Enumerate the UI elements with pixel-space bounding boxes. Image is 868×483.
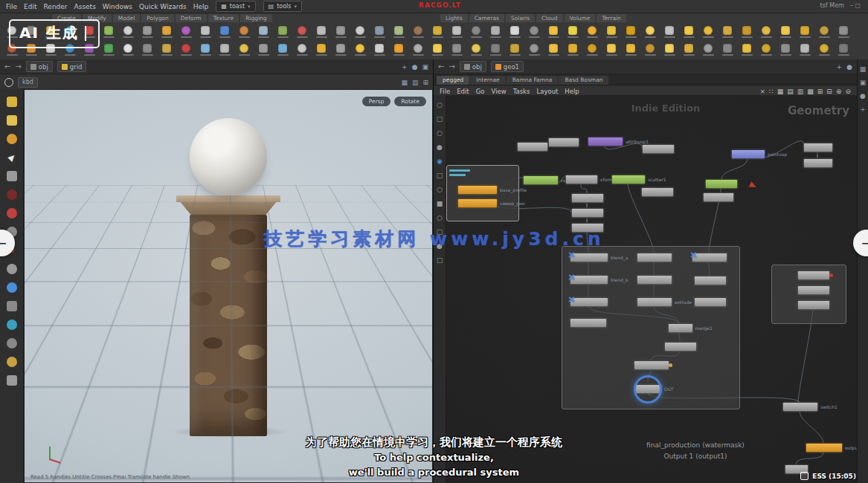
menu-render[interactable]: Render [44, 3, 68, 10]
shelf-tab-lights[interactable]: Lights [440, 14, 468, 22]
add-button[interactable]: + [837, 63, 843, 71]
graph-node[interactable] [449, 169, 470, 172]
graph-node[interactable] [803, 158, 833, 168]
graph-node[interactable] [637, 275, 672, 285]
badge-icon[interactable]: ○ [437, 129, 443, 137]
shelf-tool[interactable] [622, 24, 640, 40]
viewport-3d[interactable]: Persp Rotate Read 5 handles Untitle Cros… [24, 89, 433, 483]
layout-icon[interactable]: ▦ [401, 79, 408, 86]
panel-icon[interactable]: + [860, 106, 866, 113]
desktop-combo[interactable]: ▦ toast ▾ [216, 1, 255, 12]
shelf-tool[interactable] [448, 24, 466, 40]
shelf-tool[interactable] [544, 42, 562, 58]
back-button[interactable]: ← [438, 63, 444, 71]
shelf-tool[interactable] [641, 42, 659, 58]
shelf-tool[interactable] [699, 24, 717, 40]
graph-node[interactable] [797, 300, 830, 310]
shelf-tool[interactable] [525, 24, 543, 40]
shelf-tool[interactable] [138, 24, 156, 40]
viewport-tool-icon[interactable] [7, 134, 17, 144]
shelf-tool[interactable] [660, 42, 678, 58]
shelf-tab-volume[interactable]: Volume [565, 14, 596, 22]
viewport-tool-icon[interactable] [7, 115, 17, 126]
shelf-tool[interactable] [699, 42, 717, 58]
net-toolbar-icon[interactable]: ∷ [769, 87, 774, 96]
badge-icon[interactable]: □ [437, 115, 443, 123]
shelf-tool[interactable] [332, 42, 350, 58]
shelf-tool[interactable] [274, 24, 292, 40]
shelf-tool[interactable] [718, 24, 736, 40]
net-toolbar-icon[interactable]: ⊖ [845, 87, 851, 96]
shade-icon[interactable]: ▥ [412, 79, 419, 86]
badge-icon[interactable]: ○ [437, 186, 443, 193]
graph-node[interactable] [642, 144, 675, 154]
menu-help[interactable]: Help [193, 3, 209, 10]
graph-node[interactable] [703, 192, 734, 202]
shelf-tool[interactable] [428, 24, 446, 40]
shelf-tool[interactable] [254, 24, 272, 40]
shelf-tool[interactable] [544, 24, 562, 40]
kbd-chip[interactable]: kbd [18, 77, 38, 88]
shelf-tab-solaris[interactable]: Solaris [506, 14, 535, 22]
shelf-tool[interactable] [777, 42, 794, 58]
graph-node[interactable] [634, 360, 669, 370]
graph-node[interactable] [449, 174, 466, 176]
graph-node[interactable] [641, 187, 674, 197]
shelf-tool[interactable] [158, 42, 176, 58]
shelf-tool[interactable] [777, 24, 794, 40]
menu-quick-wizards[interactable]: Quick Wizards [139, 3, 187, 10]
net-toolbar-icon[interactable]: ▩ [807, 87, 814, 96]
shelf-tab-cloud[interactable]: Cloud [536, 14, 562, 22]
graph-node[interactable]: ×blend_b [570, 275, 608, 285]
graph-node[interactable]: attribvop1 [588, 137, 623, 146]
shelf-tool[interactable] [351, 42, 369, 58]
shelf-tool[interactable] [409, 24, 427, 40]
breadcrumb-grid[interactable]: grid [57, 61, 87, 72]
shelf-tool[interactable] [718, 42, 736, 58]
shelf-tool[interactable] [293, 42, 311, 58]
shelf-tool[interactable] [409, 42, 427, 58]
badge-icon[interactable]: ○ [437, 214, 443, 221]
shelf-tool[interactable] [486, 42, 504, 58]
shelf-tool[interactable] [235, 42, 253, 58]
graph-node[interactable] [548, 137, 579, 147]
net-menu-help[interactable]: Help [565, 88, 579, 95]
breadcrumb-geo1[interactable]: geo1 [491, 61, 524, 72]
shelf-tool[interactable] [351, 24, 369, 40]
net-toolbar-icon[interactable]: ▦ [777, 87, 784, 96]
breadcrumb-obj[interactable]: obj [460, 61, 486, 72]
shelf-tool[interactable] [835, 42, 852, 58]
pane-tab[interactable]: Bamna Famna [507, 76, 559, 85]
tools-combo[interactable]: ▤ tools ▾ [263, 1, 302, 12]
network-canvas[interactable]: Indie Edition Geometry final_production … [446, 95, 857, 483]
shelf-tab-model[interactable]: Model [113, 14, 141, 22]
shelf-tool[interactable] [680, 42, 698, 58]
shelf-tool[interactable] [448, 42, 466, 58]
graph-node[interactable] [570, 318, 607, 328]
shelf-tool[interactable] [796, 42, 814, 58]
shelf-tool[interactable] [467, 24, 485, 40]
graph-node[interactable] [797, 285, 830, 295]
badge-icon[interactable]: □ [437, 172, 443, 179]
menu-windows[interactable]: Windows [103, 3, 132, 10]
shelf-tool[interactable] [370, 24, 388, 40]
shelf-tool[interactable] [660, 24, 678, 40]
graph-node[interactable]: switch1 [782, 402, 818, 412]
viewport-tool-icon[interactable] [7, 282, 17, 293]
shelf-tool[interactable] [158, 24, 176, 40]
shelf-tab-polygon[interactable]: Polygon [141, 14, 173, 22]
camera-pill[interactable]: Persp [362, 97, 391, 106]
graph-node[interactable]: copy1 [523, 175, 559, 185]
forward-button[interactable]: → [449, 63, 454, 71]
shelf-tool[interactable] [757, 24, 775, 40]
graph-node[interactable] [517, 142, 548, 152]
shelf-tool[interactable] [293, 24, 311, 40]
shelf-tool[interactable] [583, 42, 601, 58]
panel-icon[interactable]: ▦ [860, 65, 867, 73]
shelf-tool[interactable] [796, 24, 814, 40]
shelf-tool[interactable] [216, 24, 234, 40]
panel-menu-icon[interactable]: ▣ [422, 63, 428, 71]
graph-node[interactable] [694, 297, 727, 307]
shelf-tool[interactable] [390, 24, 408, 40]
viewport-tool-icon[interactable] [7, 171, 17, 181]
